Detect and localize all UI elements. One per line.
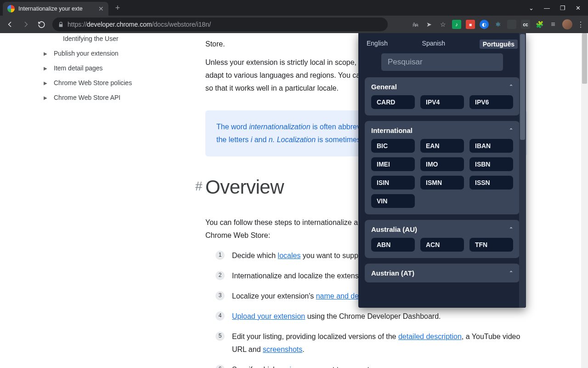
sidenav-sub-item[interactable]: Identifying the User — [44, 35, 181, 46]
chip-isbn[interactable]: ISBN — [469, 157, 513, 171]
chip-ean[interactable]: EAN — [420, 139, 464, 153]
chip-imo[interactable]: IMO — [420, 157, 464, 171]
lock-icon — [58, 22, 64, 28]
step-item: Upload your extension using the Chrome D… — [205, 310, 527, 323]
lang-tab-portugues[interactable]: Português — [480, 40, 518, 49]
chip-vin[interactable]: VIN — [371, 194, 415, 208]
chip-acn[interactable]: ACN — [420, 238, 464, 252]
profile-avatar[interactable] — [562, 19, 572, 29]
sidenav-item-api[interactable]: ▶ Chrome Web Store API — [44, 90, 181, 105]
search-input[interactable] — [381, 53, 503, 71]
lang-tab-spanish[interactable]: Spanish — [422, 40, 446, 49]
address-bar[interactable]: https://developer.chrome.com/docs/websto… — [52, 17, 388, 31]
maximize-icon[interactable]: ❐ — [560, 5, 565, 12]
section-header[interactable]: Australia (AU) ⌃ — [371, 225, 513, 233]
link-detailed-desc[interactable]: detailed description — [398, 333, 462, 340]
browser-toolbar: https://developer.chrome.com/docs/websto… — [0, 16, 588, 33]
extension-popup: English Spanish Português General ⌃ CARD… — [358, 33, 526, 308]
page-scroll-thumb[interactable] — [582, 33, 587, 84]
sidenav-label: Chrome Web Store API — [54, 94, 120, 101]
section-austrian: Austrian (AT) ⌃ — [365, 264, 520, 282]
chip-iban[interactable]: IBAN — [469, 139, 513, 153]
bookmark-star-icon[interactable]: ☆ — [438, 20, 447, 29]
step-item: Specify which regions you want to suppor… — [205, 363, 527, 368]
chip-bic[interactable]: BIC — [371, 139, 415, 153]
close-tab-icon[interactable]: ✕ — [98, 5, 104, 12]
back-button[interactable] — [4, 18, 17, 31]
anchor-hash-icon[interactable]: # — [195, 175, 202, 197]
section-header[interactable]: Austrian (AT) ⌃ — [371, 269, 513, 277]
chip-tfn[interactable]: TFN — [469, 238, 513, 252]
popup-scrollbar[interactable] — [519, 33, 526, 308]
chip-isin[interactable]: ISIN — [371, 176, 415, 190]
page-scrollbar[interactable] — [581, 33, 588, 368]
popup-scroll-thumb[interactable] — [520, 34, 525, 140]
chevron-right-icon: ▶ — [44, 51, 50, 56]
ext-green-icon[interactable]: ♪ — [452, 20, 461, 29]
sidenav-item-publish[interactable]: ▶ Publish your extension — [44, 46, 181, 61]
browser-tabbar: Internationalize your exte ✕ + ⌄ — ❐ ✕ — [0, 0, 588, 16]
sidenav-label: Chrome Web Store policies — [54, 79, 132, 86]
ext-blue-icon[interactable]: ◐ — [480, 20, 489, 29]
section-international: International ⌃ BIC EAN IBAN IMEI IMO IS… — [365, 121, 520, 214]
doc-sidenav: Identifying the User ▶ Publish your exte… — [44, 33, 181, 105]
link-regions[interactable]: regions — [279, 366, 303, 368]
chevron-right-icon: ▶ — [44, 95, 50, 100]
new-tab-button[interactable]: + — [111, 1, 124, 14]
browser-menu-icon[interactable]: ⋮ — [577, 20, 584, 29]
reload-button[interactable] — [35, 18, 48, 31]
browser-tab[interactable]: Internationalize your exte ✕ — [3, 2, 108, 16]
ext-cc-icon[interactable]: cc — [521, 20, 530, 29]
link-locales[interactable]: locales — [278, 252, 301, 259]
chevron-up-icon: ⌃ — [509, 84, 513, 90]
language-tabs: English Spanish Português — [358, 33, 526, 53]
chevron-up-icon: ⌃ — [509, 127, 513, 133]
section-header[interactable]: International ⌃ — [371, 126, 513, 134]
chip-ipv4[interactable]: IPV4 — [420, 95, 464, 109]
chevron-up-icon: ⌃ — [509, 270, 513, 276]
sidenav-label: Publish your extension — [54, 50, 119, 57]
url-text: https://developer.chrome.com/docs/websto… — [68, 21, 211, 28]
section-header[interactable]: General ⌃ — [371, 83, 513, 91]
lang-tab-english[interactable]: English — [367, 40, 388, 49]
ext-grey-icon[interactable] — [507, 20, 516, 29]
close-window-icon[interactable]: ✕ — [576, 5, 581, 12]
step-item: Edit your listing, providing localized v… — [205, 330, 527, 356]
ext-react-icon[interactable]: ⚛ — [493, 20, 503, 29]
send-icon[interactable]: ➤ — [424, 20, 434, 29]
chrome-favicon — [7, 5, 15, 12]
chip-abn[interactable]: ABN — [371, 238, 415, 252]
extension-icons: 🗛 ➤ ☆ ♪ ■ ◐ ⚛ cc 🧩 ≡ ⋮ — [411, 19, 584, 29]
tab-title: Internationalize your exte — [18, 6, 95, 12]
chevron-up-icon: ⌃ — [509, 226, 513, 232]
link-upload[interactable]: Upload your extension — [232, 312, 305, 320]
sidenav-item-detail[interactable]: ▶ Item detail pages — [44, 61, 181, 75]
chip-imei[interactable]: IMEI — [371, 157, 415, 171]
sidenav-item-policies[interactable]: ▶ Chrome Web Store policies — [44, 75, 181, 90]
extensions-puzzle-icon[interactable]: 🧩 — [535, 20, 544, 29]
chip-issn[interactable]: ISSN — [469, 176, 513, 190]
forward-button[interactable] — [19, 18, 32, 31]
ext-red-icon[interactable]: ■ — [466, 20, 475, 29]
translate-icon[interactable]: 🗛 — [411, 20, 420, 29]
chevron-down-icon[interactable]: ⌄ — [529, 5, 534, 12]
popup-body: General ⌃ CARD IPV4 IPV6 International ⌃… — [358, 77, 526, 308]
page-content: Identifying the User ▶ Publish your exte… — [0, 33, 588, 368]
chevron-right-icon: ▶ — [44, 66, 50, 71]
playlist-icon[interactable]: ≡ — [548, 20, 558, 29]
chip-ismn[interactable]: ISMN — [420, 176, 464, 190]
window-controls: ⌄ — ❐ ✕ — [529, 5, 585, 12]
link-screenshots[interactable]: screenshots — [263, 345, 302, 353]
section-australia: Australia (AU) ⌃ ABN ACN TFN — [365, 220, 520, 258]
section-general: General ⌃ CARD IPV4 IPV6 — [365, 77, 520, 115]
chip-ipv6[interactable]: IPV6 — [469, 95, 513, 109]
chip-card[interactable]: CARD — [371, 95, 415, 109]
minimize-icon[interactable]: — — [544, 5, 550, 12]
sidenav-label: Item detail pages — [54, 64, 103, 72]
chevron-right-icon: ▶ — [44, 80, 50, 86]
